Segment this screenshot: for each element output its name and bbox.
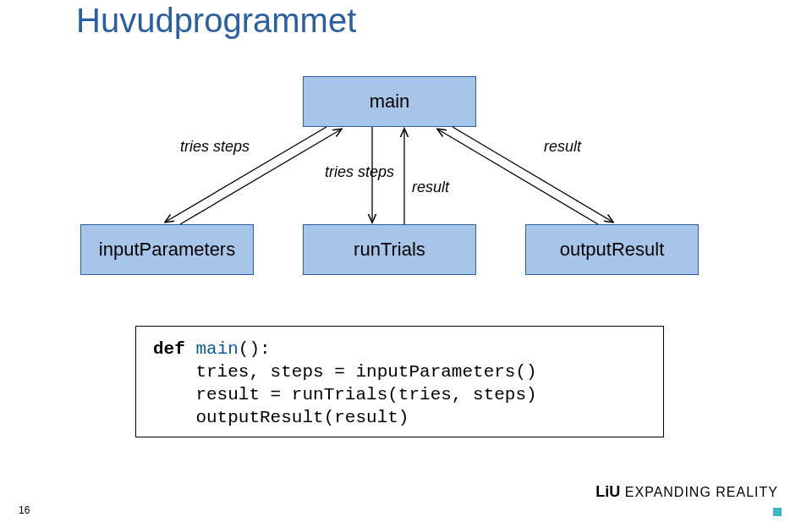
- box-input-parameters-label: inputParameters: [99, 239, 235, 261]
- box-run-trials: runTrials: [303, 224, 476, 275]
- label-result-mid: result: [412, 179, 449, 196]
- code-block: def main(): tries, steps = inputParamete…: [135, 326, 664, 437]
- label-tries-steps-left: tries steps: [180, 138, 250, 156]
- footer-accent-square: [773, 508, 782, 516]
- label-result-right: result: [544, 138, 581, 156]
- box-output-result: outputResult: [525, 224, 699, 275]
- box-main-label: main: [370, 91, 410, 113]
- code-line-4: outputResult(result): [153, 408, 409, 427]
- svg-line-4: [453, 127, 612, 222]
- box-input-parameters: inputParameters: [80, 224, 254, 275]
- footer-tagline: EXPANDING REALITY: [620, 485, 778, 499]
- code-kw-def: def: [153, 339, 185, 359]
- box-output-result-label: outputResult: [560, 239, 665, 261]
- footer-logo: LiU EXPANDING REALITY: [595, 483, 778, 501]
- box-main: main: [303, 76, 476, 127]
- code-kw-main: main: [195, 339, 238, 359]
- code-paren: ():: [239, 339, 271, 359]
- code-line-3: result = runTrials(tries, steps): [153, 385, 537, 404]
- page-number: 16: [19, 504, 30, 516]
- footer-liu: LiU: [595, 483, 620, 500]
- label-tries-steps-mid: tries steps: [325, 163, 394, 181]
- code-line-2: tries, steps = inputParameters(): [153, 362, 537, 382]
- slide-title: Huvudprogrammet: [76, 2, 356, 40]
- box-run-trials-label: runTrials: [354, 239, 425, 261]
